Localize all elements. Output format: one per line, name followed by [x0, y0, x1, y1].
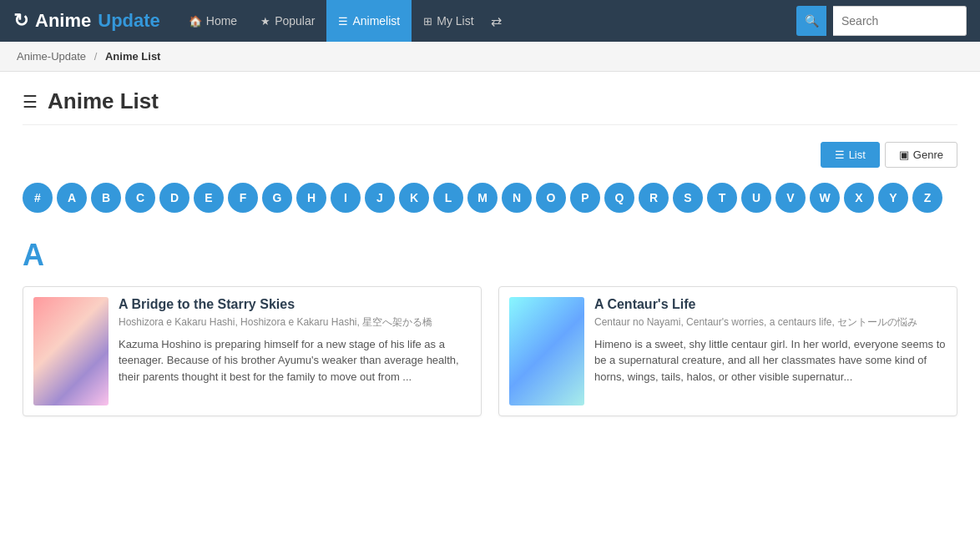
nav-mylist[interactable]: ⊞ My List: [412, 0, 485, 42]
anime-card: A Centaur's LifeCentaur no Nayami, Centa…: [498, 286, 957, 416]
breadcrumb-current: Anime List: [105, 50, 160, 63]
anime-info: A Bridge to the Starry SkiesHoshizora e …: [119, 297, 471, 405]
anime-description: Kazuma Hoshino is preparing himself for …: [119, 336, 471, 385]
home-icon: 🏠: [189, 15, 202, 28]
alpha-btn-V[interactable]: V: [775, 183, 806, 213]
brand-icon: ↻: [13, 10, 28, 32]
page-title: Anime List: [48, 88, 159, 114]
brand[interactable]: ↻ AnimeUpdate: [13, 10, 160, 32]
alpha-btn-T[interactable]: T: [707, 183, 737, 213]
brand-text-update: Update: [98, 10, 160, 32]
anime-title[interactable]: A Centaur's Life: [594, 297, 947, 312]
nav-animelist-label: Animelist: [352, 14, 400, 28]
list-view-label: List: [849, 149, 866, 161]
anime-title[interactable]: A Bridge to the Starry Skies: [119, 297, 471, 312]
anime-alt-names: Centaur no Nayami, Centaur's worries, a …: [594, 315, 947, 330]
alpha-btn-A[interactable]: A: [57, 183, 87, 213]
breadcrumb-separator: /: [94, 50, 98, 63]
alpha-btn-#[interactable]: #: [23, 183, 53, 213]
nav-home-label: Home: [206, 14, 237, 28]
alpha-btn-H[interactable]: H: [296, 183, 326, 213]
hamburger-icon: ☰: [23, 92, 38, 112]
nav-mylist-label: My List: [437, 14, 473, 28]
alpha-btn-D[interactable]: D: [159, 183, 189, 213]
alpha-btn-O[interactable]: O: [536, 183, 566, 213]
anime-cards: A Bridge to the Starry SkiesHoshizora e …: [23, 286, 957, 416]
alpha-btn-I[interactable]: I: [331, 183, 361, 213]
list-view-button[interactable]: ☰ List: [821, 142, 880, 168]
alpha-btn-R[interactable]: R: [639, 183, 669, 213]
view-toggle: ☰ List ▣ Genre: [23, 142, 957, 168]
anime-info: A Centaur's LifeCentaur no Nayami, Centa…: [594, 297, 947, 405]
alpha-btn-W[interactable]: W: [810, 183, 840, 213]
genre-view-icon: ▣: [899, 149, 909, 161]
section-letter: A: [23, 238, 957, 273]
mylist-icon: ⊞: [423, 15, 432, 28]
alpha-btn-B[interactable]: B: [91, 183, 121, 213]
genre-view-button[interactable]: ▣ Genre: [885, 142, 957, 168]
alpha-btn-Q[interactable]: Q: [604, 183, 634, 213]
alpha-btn-Z[interactable]: Z: [912, 183, 942, 213]
alpha-btn-P[interactable]: P: [570, 183, 600, 213]
nav-links: 🏠 Home ★ Popular ☰ Animelist ⊞ My List ⇄: [177, 0, 796, 42]
breadcrumb: Anime-Update / Anime List: [0, 42, 980, 72]
search-input[interactable]: [833, 6, 967, 36]
genre-view-label: Genre: [913, 149, 943, 161]
anime-thumbnail: [33, 297, 109, 405]
alpha-btn-L[interactable]: L: [433, 183, 463, 213]
navbar: ↻ AnimeUpdate 🏠 Home ★ Popular ☰ Animeli…: [0, 0, 980, 42]
nav-home[interactable]: 🏠 Home: [177, 0, 249, 42]
search-button[interactable]: 🔍: [796, 6, 826, 36]
alpha-btn-N[interactable]: N: [502, 183, 532, 213]
list-view-icon: ☰: [835, 149, 845, 161]
nav-animelist[interactable]: ☰ Animelist: [326, 0, 412, 42]
brand-text-anime: Anime: [35, 10, 91, 32]
anime-alt-names: Hoshizora e Kakaru Hashi, Hoshizora e Ka…: [119, 315, 471, 330]
page-title-section: ☰ Anime List: [23, 88, 957, 125]
nav-popular[interactable]: ★ Popular: [249, 0, 326, 42]
alpha-btn-S[interactable]: S: [673, 183, 703, 213]
star-icon: ★: [260, 15, 270, 28]
alpha-btn-F[interactable]: F: [228, 183, 258, 213]
anime-description: Himeno is a sweet, shy little centaur gi…: [594, 336, 947, 385]
alpha-btn-E[interactable]: E: [194, 183, 224, 213]
alpha-btn-M[interactable]: M: [467, 183, 498, 213]
alpha-btn-C[interactable]: C: [125, 183, 155, 213]
alpha-btn-U[interactable]: U: [741, 183, 771, 213]
shuffle-icon[interactable]: ⇄: [486, 13, 507, 29]
alpha-btn-J[interactable]: J: [365, 183, 395, 213]
anime-thumbnail: [509, 297, 584, 405]
alpha-btn-Y[interactable]: Y: [878, 183, 908, 213]
anime-card: A Bridge to the Starry SkiesHoshizora e …: [23, 286, 482, 416]
nav-right: 🔍: [796, 6, 967, 36]
nav-popular-label: Popular: [275, 14, 315, 28]
alpha-btn-X[interactable]: X: [844, 183, 874, 213]
alphabet-bar: #ABCDEFGHIJKLMNOPQRSTUVWXYZ: [23, 183, 957, 213]
list-icon: ☰: [338, 15, 348, 28]
main-content: ☰ Anime List ☰ List ▣ Genre #ABCDEFGHIJK…: [6, 72, 974, 433]
alpha-btn-G[interactable]: G: [262, 183, 292, 213]
breadcrumb-parent[interactable]: Anime-Update: [17, 50, 86, 63]
alpha-btn-K[interactable]: K: [399, 183, 429, 213]
